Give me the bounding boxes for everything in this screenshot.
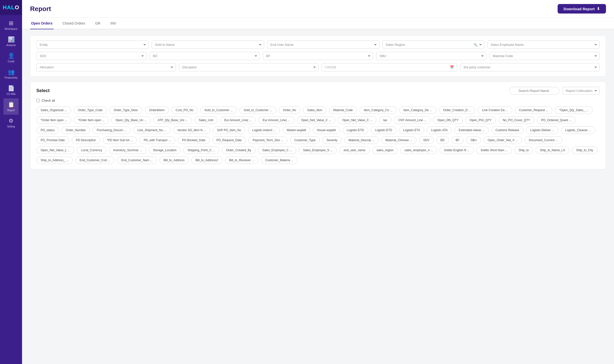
chip-85[interactable]: Bill_to_Address2 [191,156,222,164]
chip-33[interactable]: Purchasing_Docum ... [92,126,131,134]
chip-81[interactable]: Ship_to_Address_ ... [36,156,73,164]
chip-4[interactable]: Cust_PO_No [171,106,198,114]
chip-38[interactable]: Master-waybill [282,126,310,134]
chip-73[interactable]: end_user_name [339,146,370,154]
chip-34[interactable]: Line_Shipment_Nu ... [133,126,170,134]
filter-bf[interactable]: BF [263,52,373,60]
tab-gr[interactable]: GR [94,18,101,29]
chip-10[interactable]: Item_Category_Co ... [360,106,397,114]
chip-80[interactable]: Ship_to_City [572,146,597,154]
chip-44[interactable]: Estimated releas ... [454,126,489,134]
chip-59[interactable]: SDV [419,136,434,144]
chip-11[interactable]: Item_Category_De ... [399,106,436,114]
chip-40[interactable]: Logistic-ETD [343,126,368,134]
filter-third-party[interactable]: 3rd party customer [460,63,600,71]
chip-39[interactable]: House-waybill [313,126,340,134]
chip-12[interactable]: Order_Creation_D ... [439,106,475,114]
chip-69[interactable]: Shipping_Point_C ... [183,146,219,154]
search-report-input[interactable] [509,87,559,95]
chip-6[interactable]: Sold_to_Customer ... [239,106,276,114]
filter-sbu[interactable]: SBU [376,52,486,60]
chip-23[interactable]: Open_Net_Value_C ... [297,116,336,124]
chip-24[interactable]: Open_Net_Value_C ... [338,116,376,124]
chip-31[interactable]: PO_status [36,126,59,134]
chip-82[interactable]: End_Customer_Cod ... [75,156,114,164]
chip-35[interactable]: Vendor SO_Item N ... [173,126,210,134]
chip-53[interactable]: PO_Request_Date [212,136,246,144]
chip-56[interactable]: Severity [322,136,342,144]
chip-21[interactable]: Eur Amount_Line( ... [220,116,256,124]
chip-58[interactable]: Material_Chinese ... [381,136,417,144]
filter-material-code[interactable]: Material Code [489,52,600,60]
sidebar-item-workspace[interactable]: ⊞ WorkSpace [4,17,19,33]
chip-7[interactable]: Order_No [279,106,300,114]
chip-19[interactable]: ATP_Qty_Base_Uni ... [153,116,192,124]
sidebar-item-credit[interactable]: 👤 Credit [4,50,19,66]
filter-end-user-name[interactable]: End User Name [267,41,379,49]
chip-32[interactable]: Order_Number [61,126,90,134]
chip-68[interactable]: Storage_Location [149,146,181,154]
chip-57[interactable]: Material_Descrip ... [344,136,378,144]
chip-29[interactable]: No_PO_Cover_QTY [498,116,534,124]
chip-16[interactable]: *Order Item open ... [36,116,71,124]
chip-66[interactable]: Local_Currency [77,146,106,154]
chip-27[interactable]: Open_DN_QTY [433,116,463,124]
chip-83[interactable]: End_Customer_Nam ... [117,156,157,164]
chip-36[interactable]: SAP PO_Item_No [213,126,246,134]
chip-0[interactable]: Sales_Organizati ... [36,106,71,114]
chip-28[interactable]: Open_PGI_QTY [465,116,496,124]
chip-64[interactable]: Document_Currenc ... [525,136,562,144]
sidebar-item-cswiki[interactable]: 📄 CS Wiki [4,82,19,98]
chip-79[interactable]: Ship_to_Name_LA [536,146,569,154]
chip-65[interactable]: Open_Net_Value_L ... [36,146,74,154]
chip-1[interactable]: Order_Type_Code [74,106,107,114]
chip-51[interactable]: PD_with Transpor ... [139,136,175,144]
sidebar-item-analysis[interactable]: 📊 Analysis [4,33,19,50]
sidebar-item-report[interactable]: 📋 Report [4,98,19,115]
chip-26[interactable]: CNY Amount_Line ... [394,116,431,124]
chip-14[interactable]: Customer_Request ... [515,106,553,114]
chip-3[interactable]: Order&Item [145,106,169,114]
chip-30[interactable]: PO_Ordered_Quant ... [537,116,576,124]
chip-75[interactable]: sales_employee_n ... [400,146,437,154]
chip-20[interactable]: Sales_Unit [194,116,218,124]
chip-43[interactable]: Logistic-ATA [427,126,452,134]
chip-17[interactable]: *Order Item open ... [74,116,109,124]
filter-sales-employee-name[interactable]: Sales Employee Name [487,41,600,49]
chip-74[interactable]: sales_region [372,146,398,154]
chip-18[interactable]: Open_Qty_Base_Un ... [111,116,151,124]
chip-70[interactable]: Order_Created_By [222,146,256,154]
check-all-checkbox[interactable] [36,99,40,102]
chip-76[interactable]: Soldto English N ... [440,146,474,154]
filter-sold-to-name[interactable]: Sold to Name [152,41,264,49]
download-report-button[interactable]: Download Report ⬇ [558,4,606,14]
filter-bd[interactable]: BD [150,52,260,60]
chip-8[interactable]: Sales_Item [303,106,327,114]
filter-sales-region[interactable]: Sales Region [382,41,484,49]
chip-41[interactable]: Logistic-ETD [371,126,396,134]
chip-2[interactable]: Order_Type_Desc [109,106,142,114]
chip-52[interactable]: PO Booked_Date [178,136,210,144]
chip-60[interactable]: BD [436,136,449,144]
chip-63[interactable]: Open_Order_Net_V ... [483,136,522,144]
chip-86[interactable]: Bill_to_Receiver ... [225,156,258,164]
chip-77[interactable]: Soldto Short Nam ... [476,146,512,154]
chip-22[interactable]: Eur Amount_Line( ... [258,116,294,124]
chip-37[interactable]: Logistic-Index/I ... [248,126,280,134]
chip-67[interactable]: Inventory_Summar ... [109,146,146,154]
chip-48[interactable]: PO_Promise Date [36,136,69,144]
filter-disruption[interactable]: Disruption [179,63,319,71]
sidebar-item-setting[interactable]: ⚙ Setting [4,115,19,131]
tab-inv[interactable]: INV [110,18,117,29]
sidebar-item-productivity[interactable]: 👥 Productivity [4,66,19,82]
filter-crdd[interactable]: CRDD$📅 [322,63,457,71]
chip-84[interactable]: Bill_to_Address [159,156,189,164]
chip-13[interactable]: Line Creation Da ... [478,106,512,114]
filter-allocation[interactable]: Allocation [36,63,176,71]
tab-closed-orders[interactable]: Closed Orders [62,18,86,29]
chip-46[interactable]: Logistic-Deliver ... [526,126,558,134]
filter-entity[interactable]: Entity [36,41,149,49]
chip-15[interactable]: *Open_Qty_Sales_ ... [555,106,592,114]
chip-50[interactable]: *PD Item Sub tot ... [103,136,137,144]
chip-54[interactable]: Payment_Term_Des ... [248,136,287,144]
